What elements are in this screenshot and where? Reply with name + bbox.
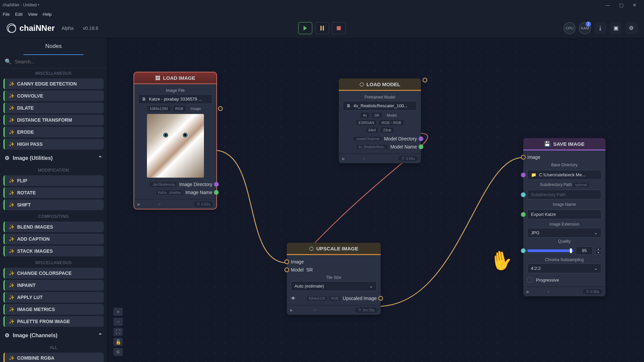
output-port[interactable] [423, 78, 427, 82]
node-item[interactable]: ✨COMBINE RGBA [3, 353, 104, 362]
chevron-up-icon: ⌃ [98, 155, 102, 161]
nodes-tab[interactable]: Nodes [23, 38, 84, 55]
file-picker[interactable]: 🗎Katze - pixabay 3336579 ... [138, 94, 212, 104]
menu-edit[interactable]: Edit [15, 12, 22, 17]
node-item[interactable]: ✨DISTANCE TRANSFORM [3, 115, 104, 125]
name-input[interactable]: Export Katze [527, 209, 601, 219]
fit-view-button[interactable]: ⛶ [113, 328, 123, 336]
input-port[interactable] [521, 192, 526, 197]
minimize-button[interactable]: — [601, 2, 614, 8]
input-port[interactable] [521, 173, 526, 177]
screenshot-button[interactable]: ▣ [610, 22, 622, 34]
eye-icon[interactable]: 👁 [291, 296, 296, 301]
app-name: chaiNNer [19, 23, 55, 33]
node-header[interactable]: ◌UPSCALE IMAGE [287, 243, 381, 255]
chroma-select[interactable]: 4:2:2⌄ [527, 263, 601, 273]
node-upscale-image[interactable]: ◌UPSCALE IMAGE Image ModelSR Tile Size A… [287, 243, 381, 315]
wand-icon: ✨ [9, 270, 14, 276]
time-badge: ⏱ 0.02s [194, 201, 213, 207]
pause-button[interactable] [315, 22, 329, 34]
node-item[interactable]: ✨APPLY LUT [3, 292, 104, 303]
input-port[interactable] [284, 259, 289, 264]
node-load-image[interactable]: 🖼LOAD IMAGE Image File 🗎Katze - pixabay … [134, 72, 216, 209]
wand-icon: ✨ [9, 224, 14, 230]
download-button[interactable]: ⭳ [594, 22, 606, 34]
node-item[interactable]: ✨CHANGE COLORSPACE [3, 268, 104, 279]
menu-file[interactable]: File [3, 12, 10, 17]
category-channels[interactable]: ⚙Image (Channels)⌃ [0, 328, 107, 343]
settings-button[interactable]: ⚙ [625, 22, 637, 34]
node-header[interactable]: 🖼LOAD IMAGE [134, 72, 216, 84]
quality-slider[interactable] [527, 249, 573, 252]
node-item[interactable]: ✨ROTATE [3, 187, 104, 198]
menu-view[interactable]: View [28, 12, 37, 17]
output-port[interactable] [378, 296, 383, 301]
tile-size-select[interactable]: Auto (estimate)⌄ [291, 281, 377, 291]
export-button[interactable]: ⎘ [113, 348, 123, 356]
wand-icon: ✨ [9, 319, 14, 324]
node-header[interactable]: ◌LOAD MODEL [339, 78, 421, 91]
node-item[interactable]: ✨SHIFT [3, 199, 104, 210]
node-item[interactable]: ✨PALETTE FROM IMAGE [3, 316, 104, 327]
node-item[interactable]: ✨STACK IMAGES [3, 246, 104, 256]
menu-help[interactable]: Help [43, 12, 52, 17]
node-item[interactable]: ✨IMAGE METRICS [3, 304, 104, 315]
close-button[interactable]: ✕ [628, 2, 641, 8]
node-item[interactable]: ✨FLIP [3, 175, 104, 186]
node-item[interactable]: ✨ERODE [3, 127, 104, 137]
output-port[interactable] [419, 144, 423, 149]
output-port[interactable] [214, 190, 219, 195]
ram-chip[interactable]: RAM2 [579, 22, 591, 34]
time-badge: ⏱ 0.80s [583, 289, 602, 294]
run-button[interactable] [298, 22, 312, 34]
output-port[interactable] [214, 182, 219, 187]
play-icon[interactable]: ▶ [290, 308, 293, 312]
node-item[interactable]: ✨CANNY EDGE DETECTION [3, 78, 104, 89]
hand-cursor-icon: ✋ [488, 247, 515, 273]
node-header[interactable]: 💾SAVE IMAGE [523, 138, 605, 150]
cpu-chip[interactable]: CPU [564, 22, 576, 34]
category-utilities[interactable]: ⚙Image (Utilities)⌃ [0, 151, 107, 165]
input-port[interactable] [521, 155, 526, 160]
wand-icon: ✨ [9, 81, 14, 86]
output-port[interactable] [419, 136, 423, 141]
mode-tag: RGB [173, 106, 186, 111]
canvas[interactable]: 🖼LOAD IMAGE Image File 🗎Katze - pixabay … [107, 38, 644, 362]
node-item[interactable]: ✨HIGH PASS [3, 139, 104, 149]
input-label: Image [291, 259, 304, 264]
spinner-icon: ◌ [360, 81, 364, 87]
node-save-image[interactable]: 💾SAVE IMAGE Image Base Directory 📁C:\Use… [523, 138, 605, 296]
input-port[interactable] [521, 212, 526, 217]
node-load-model[interactable]: ◌LOAD MODEL Pretrained Model 🗎4x_Realist… [339, 78, 421, 163]
input-port[interactable] [521, 248, 526, 253]
play-icon[interactable]: ▶ [342, 157, 345, 161]
node-item[interactable]: ✨CONVOLVE [3, 90, 104, 101]
sidebar[interactable]: Nodes 🔍 MISCELLANEOUS ✨CANNY EDGE DETECT… [0, 38, 107, 362]
progressive-checkbox[interactable] [527, 277, 533, 283]
output-port[interactable] [218, 106, 223, 111]
directory-picker[interactable]: 📁C:\Users\stefa\eck Me... [527, 170, 601, 180]
file-picker[interactable]: 🗎4x_RealisticRescaler_100... [343, 101, 417, 111]
zoom-out-button[interactable]: − [113, 318, 123, 326]
play-icon[interactable]: ▶ [527, 290, 529, 294]
input-port[interactable] [284, 267, 289, 272]
extension-select[interactable]: JPG⌄ [527, 228, 601, 238]
node-item[interactable]: ✨DILATE [3, 103, 104, 113]
group-misc: MISCELLANEOUS [0, 68, 107, 77]
wand-icon: ✨ [9, 190, 14, 195]
maximize-button[interactable]: ▢ [614, 2, 628, 8]
quality-stepper[interactable]: ▴▾ [595, 247, 601, 254]
group-compositing: COMPOSITING [0, 212, 107, 220]
stop-button[interactable] [332, 22, 346, 34]
node-item[interactable]: ✨INPAINT [3, 280, 104, 291]
image-preview [147, 114, 204, 178]
search-input[interactable] [15, 59, 102, 64]
play-icon[interactable]: ▶ [138, 202, 140, 206]
node-item[interactable]: ✨ADD CAPTION [3, 234, 104, 244]
lock-button[interactable]: 🔓 [113, 338, 123, 346]
quality-value[interactable]: 95 [576, 246, 593, 255]
subdirectory-input[interactable]: Subdirectory Path [527, 190, 601, 199]
wand-icon: ✨ [9, 307, 14, 312]
node-item[interactable]: ✨BLEND IMAGES [3, 222, 104, 232]
zoom-in-button[interactable]: + [113, 308, 123, 316]
